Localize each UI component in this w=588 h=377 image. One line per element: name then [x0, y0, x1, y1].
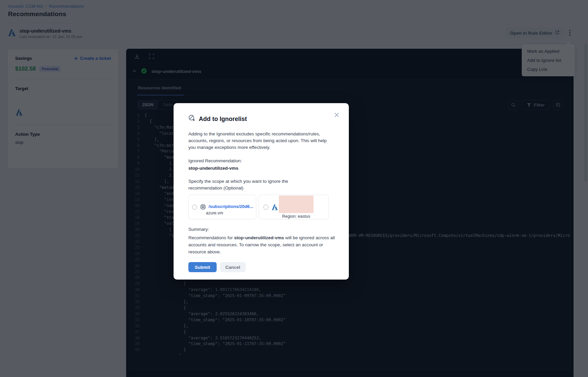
resource-region-label: Region: eastus: [275, 214, 318, 219]
resource-azure-icon: [271, 204, 279, 212]
close-icon[interactable]: [332, 111, 341, 120]
resource-radio[interactable]: [263, 205, 268, 210]
modal-description: Adding to the Ignorelist excludes specif…: [188, 131, 334, 151]
modal-title: Add to Ignorelist: [199, 116, 247, 123]
scope-option-subscription[interactable]: /subscriptions/20d6... azure.vm: [188, 195, 256, 219]
submit-button[interactable]: Submit: [188, 262, 217, 272]
scope-option-resource[interactable]: Region: eastus: [259, 195, 329, 219]
ignored-recommendation-label: Ignored Recommendation:: [188, 158, 334, 163]
screen: Account: CCM-NG › Recommendations Recomm…: [0, 0, 588, 377]
ignored-recommendation-value: stop-underutilized-vms: [188, 166, 334, 171]
subscription-radio[interactable]: [192, 205, 197, 210]
cancel-button[interactable]: Cancel: [220, 262, 246, 272]
subscription-resource-type: azure.vm: [206, 211, 223, 215]
resource-broken-image: [279, 196, 314, 213]
summary-text: Recommendations for stop-underutilized-v…: [188, 234, 336, 255]
add-to-ignorelist-modal: Add to Ignorelist Adding to the Ignoreli…: [174, 103, 349, 280]
subscription-icon: [200, 204, 206, 211]
subscription-link[interactable]: /subscriptions/20d6...: [209, 204, 253, 209]
ignore-icon: [188, 115, 195, 123]
scope-label: Specify the scope at which you want to i…: [188, 178, 323, 192]
summary-label: Summary:: [188, 227, 334, 232]
